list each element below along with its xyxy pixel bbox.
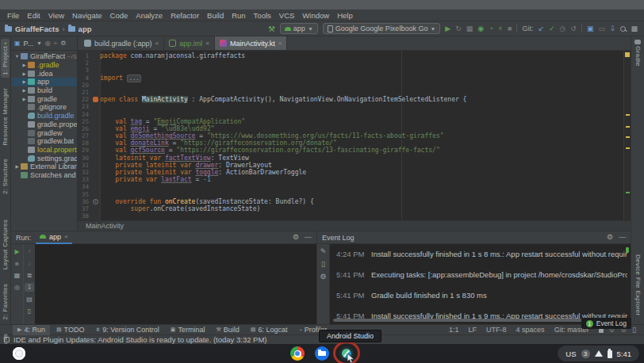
toolwindow-6-logcat[interactable]: ▤6: Logcat bbox=[246, 325, 293, 335]
tool-button-resource-manager[interactable]: Resource Manager bbox=[1, 86, 10, 148]
menu-item-view[interactable]: View bbox=[44, 11, 68, 20]
run-console[interactable] bbox=[35, 244, 316, 324]
tree-item-gradle[interactable]: ▶gradle bbox=[11, 94, 77, 103]
system-tray[interactable]: US 3 5:41 bbox=[558, 346, 639, 361]
tree-item-app[interactable]: ▶app bbox=[11, 78, 77, 86]
run-config-dropdown[interactable]: app ▼ bbox=[280, 23, 318, 34]
menu-item-file[interactable]: File bbox=[3, 11, 23, 20]
tree-item-idea[interactable]: ▶.idea bbox=[11, 69, 77, 78]
tree-item-scratches-and-consoles[interactable]: Scratches and Consoles bbox=[11, 171, 77, 180]
git-update-icon[interactable]: ↙ bbox=[538, 25, 544, 32]
close-tab-icon[interactable]: × bbox=[205, 40, 209, 47]
horizontal-scrollbar[interactable] bbox=[333, 319, 586, 322]
menu-item-help[interactable]: Help bbox=[333, 11, 357, 20]
android-studio-icon[interactable] bbox=[339, 346, 354, 361]
menu-item-refactor[interactable]: Refactor bbox=[167, 11, 203, 20]
print-icon[interactable]: ▤ bbox=[25, 295, 34, 304]
run-icon[interactable]: ▶ bbox=[445, 25, 450, 32]
project-view-dropdown[interactable]: P... bbox=[24, 40, 33, 48]
sdk-manager-icon[interactable]: ⇩ bbox=[610, 25, 616, 32]
apply-changes-icon[interactable]: ⚡ bbox=[498, 25, 503, 32]
breadcrumb-module[interactable]: app bbox=[79, 25, 92, 33]
tool-button-device-file-explorer[interactable]: Device File Explorer bbox=[634, 254, 642, 316]
menu-item-edit[interactable]: Edit bbox=[23, 11, 44, 20]
profiler-icon[interactable]: ◔ bbox=[489, 25, 493, 32]
device-file-explorer-icon[interactable]: ▣ bbox=[587, 25, 594, 32]
toolwindow-4-run[interactable]: ▶4: Run bbox=[13, 325, 50, 335]
debug-icon[interactable]: ◉ bbox=[477, 25, 484, 32]
expand-arrow-icon[interactable]: ▶ bbox=[21, 63, 28, 67]
tool-button-gradle[interactable]: Gradle bbox=[634, 40, 642, 67]
tool-button-layout-captures[interactable]: Layout Captures bbox=[1, 217, 10, 272]
tree-item-gitignore[interactable]: .gitignore bbox=[11, 103, 77, 112]
expand-arrow-icon[interactable]: ▶ bbox=[21, 97, 28, 101]
locate-file-icon[interactable]: ◎ bbox=[45, 40, 51, 47]
clear-all-icon[interactable]: ▯ bbox=[25, 307, 34, 315]
gear-icon[interactable]: ⚙ bbox=[293, 234, 299, 241]
expand-arrow-icon[interactable]: ▶ bbox=[21, 71, 28, 76]
tree-item-gradlew[interactable]: gradlew bbox=[11, 128, 77, 137]
git-rollback-icon[interactable]: ↺ bbox=[570, 25, 577, 32]
minimize-icon[interactable]: — bbox=[305, 234, 312, 241]
toolwindow-todo[interactable]: ▤TODO bbox=[52, 325, 89, 335]
override-icon[interactable]: ↑ bbox=[93, 199, 98, 204]
clear-log-icon[interactable]: ▯ bbox=[321, 261, 325, 268]
tab-mainactivity-kt[interactable]: MainActivity.kt× bbox=[215, 36, 288, 50]
restore-layout-icon[interactable]: ▦ bbox=[13, 271, 22, 280]
menu-item-window[interactable]: Window bbox=[298, 11, 333, 20]
breadcrumb-project[interactable]: GiraffeFacts bbox=[15, 25, 59, 33]
status-4-spaces[interactable]: 4 spaces bbox=[516, 326, 545, 334]
tree-item-local-properties[interactable]: local.properties bbox=[11, 146, 77, 155]
drop-files-icon[interactable]: ▯ bbox=[632, 327, 636, 334]
rerun-icon[interactable]: ↻ bbox=[455, 25, 462, 32]
run-tab-app[interactable]: app × bbox=[36, 231, 72, 244]
up-stack-trace-icon[interactable]: ↑ bbox=[25, 247, 34, 256]
toolwindow-build[interactable]: ⚒Build bbox=[211, 325, 243, 335]
rerun-app-icon[interactable]: ▶ bbox=[13, 247, 22, 256]
menu-item-navigate[interactable]: Navigate bbox=[68, 11, 106, 20]
status-utf-8[interactable]: UTF-8 bbox=[486, 326, 507, 334]
tool-button-2-structure[interactable]: 2: Structure bbox=[1, 156, 10, 197]
device-dropdown[interactable]: Google Google Pixelbook Go ▼ bbox=[323, 23, 441, 34]
event-log-badge[interactable]: 1 Event Log bbox=[581, 318, 631, 329]
tree-item-gradle[interactable]: ▶.gradle bbox=[11, 61, 77, 70]
files-app-icon[interactable] bbox=[315, 346, 329, 361]
status-message[interactable]: IDE and Plugin Updates: Android Studio i… bbox=[13, 335, 267, 344]
close-icon[interactable]: × bbox=[64, 233, 68, 240]
tree-item-giraffefacts[interactable]: ▼GiraffeFacts~/S bbox=[11, 52, 77, 61]
stop-icon[interactable]: ■ bbox=[508, 25, 512, 32]
tab-app-iml[interactable]: app.iml× bbox=[164, 36, 215, 50]
tab-build-gradle-app[interactable]: build.gradle (:app)× bbox=[79, 36, 164, 50]
menu-item-tools[interactable]: Tools bbox=[250, 11, 275, 20]
menu-item-run[interactable]: Run bbox=[228, 11, 249, 20]
event-log-entries[interactable]: 4:24 PMInstall successfully finished in … bbox=[330, 244, 631, 324]
toolwindow-terminal[interactable]: ▣Terminal bbox=[166, 325, 210, 335]
code-editor[interactable]: 1package com.naranjaconsal.giraffefacts2… bbox=[78, 51, 631, 220]
close-tab-icon[interactable]: × bbox=[278, 40, 282, 47]
git-history-icon[interactable]: ◷ bbox=[560, 25, 566, 32]
menu-item-vcs[interactable]: VCS bbox=[275, 11, 299, 20]
pin-tab-icon[interactable]: ◎ bbox=[13, 283, 22, 292]
git-commit-icon[interactable]: ✓ bbox=[549, 25, 555, 32]
collapse-all-icon[interactable]: ÷ bbox=[54, 40, 57, 47]
entry-icon[interactable] bbox=[93, 97, 98, 102]
menu-item-analyze[interactable]: Analyze bbox=[132, 11, 167, 20]
tree-item-build[interactable]: ▶build bbox=[11, 86, 77, 95]
close-tab-icon[interactable]: × bbox=[155, 40, 159, 47]
menu-item-build[interactable]: Build bbox=[203, 11, 228, 20]
coverage-icon[interactable]: ▦ bbox=[466, 25, 473, 32]
emulator-icon[interactable]: ▭ bbox=[598, 25, 605, 32]
tree-item-gradle-properties[interactable]: gradle.properties bbox=[11, 120, 77, 129]
log-settings-icon[interactable]: ✎ bbox=[320, 248, 327, 255]
soft-wrap-icon[interactable]: ≣ bbox=[25, 271, 34, 280]
readonly-lock-icon[interactable] bbox=[599, 329, 604, 333]
tree-item-external-libraries[interactable]: ▶External Libraries bbox=[11, 162, 77, 171]
build-hammer-icon[interactable]: ⚒ bbox=[268, 25, 275, 33]
stop-app-icon[interactable]: ■ bbox=[13, 259, 22, 268]
scroll-to-end-icon[interactable]: ↧ bbox=[25, 283, 34, 292]
settings-icon[interactable]: ⚙ bbox=[60, 40, 66, 47]
wrench-icon[interactable]: ⚙ bbox=[320, 273, 326, 281]
down-stack-trace-icon[interactable]: ↓ bbox=[25, 259, 34, 268]
search-icon[interactable] bbox=[620, 26, 626, 32]
tree-item-gradlew-bat[interactable]: gradlew.bat bbox=[11, 137, 77, 146]
